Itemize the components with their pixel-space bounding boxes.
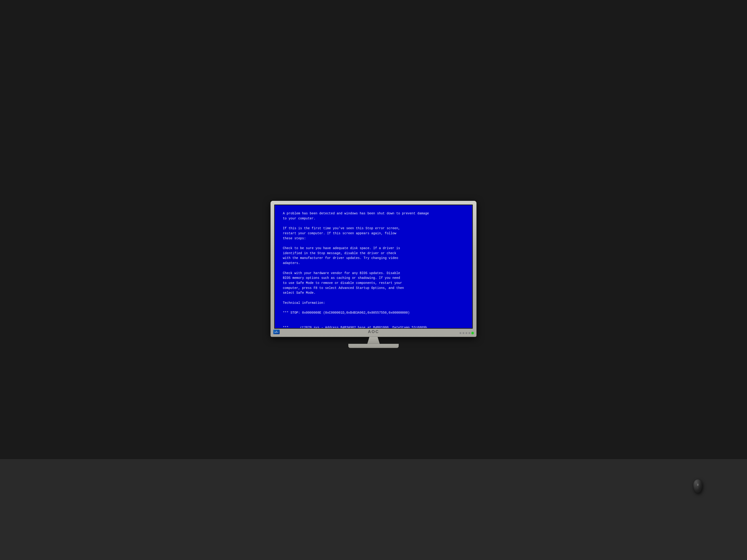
- monitor: A problem has been detected and windows …: [271, 201, 476, 348]
- monitor-controls: [460, 332, 474, 334]
- bsod-driver-line: *** rt2870.sys - Address B4B3A962 base a…: [283, 326, 427, 329]
- bsod-stop-code: *** STOP: 0x0000008E (0xC000001D,0xB4B3A…: [283, 311, 410, 315]
- monitor-btn-menu[interactable]: [465, 332, 467, 334]
- bsod-paragraph4: Check with your hardware vendor for any …: [283, 271, 404, 295]
- monitor-btn-left[interactable]: [460, 332, 461, 334]
- desk-surface: [0, 459, 747, 560]
- monitor-power-button[interactable]: [471, 332, 474, 334]
- bsod-paragraph1: A problem has been detected and windows …: [283, 212, 429, 220]
- monitor-bezel: A problem has been detected and windows …: [271, 201, 476, 337]
- bsod-tech-header: Technical information:: [283, 301, 325, 305]
- monitor-btn-right[interactable]: [463, 332, 464, 334]
- mouse: [693, 479, 702, 493]
- bsod-screen: A problem has been detected and windows …: [274, 205, 473, 329]
- monitor-btn-auto[interactable]: [468, 332, 470, 334]
- bsod-paragraph2: If this is the first time you've seen th…: [283, 226, 400, 240]
- monitor-brand-logo: AOC: [368, 329, 379, 334]
- mouse-button-divider: [698, 486, 698, 489]
- monitor-stand-neck: [367, 337, 380, 344]
- bezel-bottom-bar: ★ ENERGY AOC: [271, 329, 476, 336]
- energy-star-badge: ★ ENERGY: [273, 330, 280, 334]
- monitor-stand-base: [348, 344, 399, 348]
- bsod-content: A problem has been detected and windows …: [283, 211, 464, 328]
- mouse-container: [693, 479, 702, 493]
- mouse-scroll-wheel: [697, 484, 698, 486]
- bsod-paragraph3: Check to be sure you have adequate disk …: [283, 246, 400, 265]
